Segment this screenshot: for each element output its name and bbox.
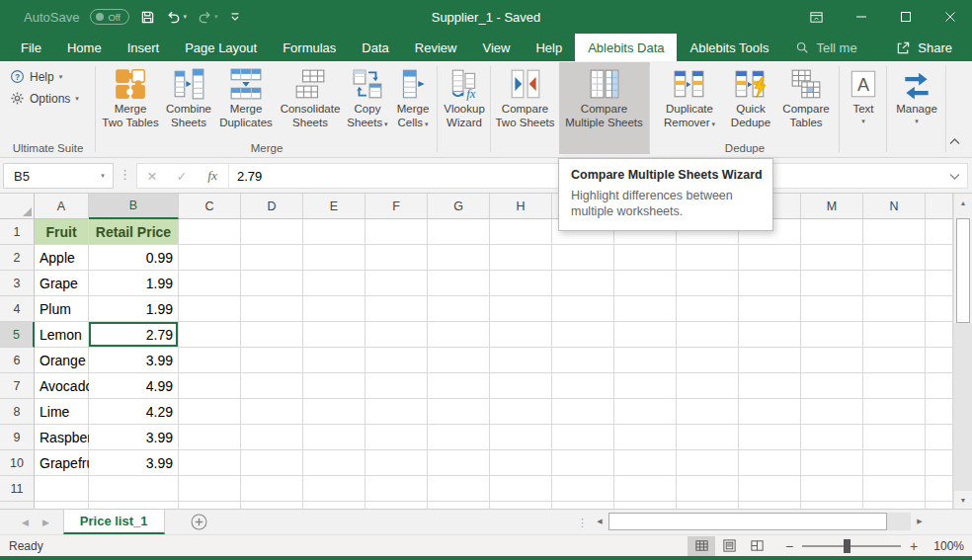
- row-header-2[interactable]: 2: [0, 245, 35, 271]
- ribbon-button-combine-sheets[interactable]: CombineSheets: [162, 62, 215, 145]
- cell-g1[interactable]: [428, 219, 490, 245]
- cell-j8[interactable]: [614, 399, 677, 425]
- cell-c10[interactable]: [179, 450, 241, 476]
- maximize-button[interactable]: [883, 0, 928, 34]
- cell-m6[interactable]: [801, 348, 863, 373]
- cell-e4[interactable]: [303, 296, 365, 322]
- row-header-1[interactable]: 1: [0, 219, 35, 245]
- undo-button[interactable]: ▾: [166, 10, 187, 25]
- cell-d2[interactable]: [241, 245, 303, 271]
- help-button[interactable]: ?Help▾: [10, 69, 96, 84]
- ribbon-button-text[interactable]: AText▾: [844, 62, 883, 145]
- sheet-tab-price-list-1[interactable]: Price list_1: [63, 510, 165, 534]
- cell-b5[interactable]: 2.79: [89, 322, 179, 348]
- cell-g6[interactable]: [428, 348, 490, 373]
- row-header-11[interactable]: 11: [0, 476, 35, 502]
- cell-e3[interactable]: [303, 271, 365, 296]
- cell-b7[interactable]: 4.99: [89, 373, 179, 399]
- cell-n9[interactable]: [863, 425, 926, 450]
- cell-b10[interactable]: 3.99: [89, 450, 179, 476]
- cell-n4[interactable]: [863, 296, 926, 322]
- cell-partial-bottom[interactable]: [303, 502, 365, 509]
- zoom-slider[interactable]: [802, 545, 901, 547]
- cell-a6[interactable]: Orange: [35, 348, 89, 373]
- cell-partial-bottom[interactable]: [926, 502, 953, 509]
- cell-h6[interactable]: [490, 348, 552, 373]
- ribbon-tab-insert[interactable]: Insert: [115, 34, 173, 61]
- new-sheet-button[interactable]: [191, 510, 207, 534]
- name-box[interactable]: B5 ▾: [3, 163, 114, 189]
- cell-a8[interactable]: Lime: [35, 399, 89, 425]
- cell-c8[interactable]: [179, 399, 241, 425]
- cell-d1[interactable]: [241, 219, 303, 245]
- cell-k7[interactable]: [677, 373, 739, 399]
- cell-n7[interactable]: [863, 373, 926, 399]
- cell-l11[interactable]: [739, 476, 801, 502]
- column-header-m[interactable]: M: [801, 194, 863, 219]
- options-button[interactable]: Options▾: [10, 91, 96, 106]
- cell-h2[interactable]: [490, 245, 552, 271]
- row-header-6[interactable]: 6: [0, 348, 35, 373]
- cell-m4[interactable]: [801, 296, 863, 322]
- ribbon-button-compare-tables[interactable]: CompareTables: [776, 62, 836, 145]
- ribbon-tab-view[interactable]: View: [469, 34, 523, 61]
- cell-b9[interactable]: 3.99: [89, 425, 179, 450]
- undo-dropdown-icon[interactable]: ▾: [183, 13, 187, 21]
- cell-e7[interactable]: [303, 373, 365, 399]
- cell-f9[interactable]: [365, 425, 428, 450]
- ribbon-button-merge-cells[interactable]: MergeCells ▾: [391, 62, 435, 145]
- row-header-4[interactable]: 4: [0, 296, 35, 322]
- cell-e1[interactable]: [303, 219, 365, 245]
- column-header-a[interactable]: A: [35, 194, 89, 219]
- cell-d7[interactable]: [241, 373, 303, 399]
- row-header-10[interactable]: 10: [0, 450, 35, 476]
- cell-l2[interactable]: [739, 245, 801, 271]
- cell-e8[interactable]: [303, 399, 365, 425]
- cell-l5[interactable]: [739, 322, 801, 348]
- column-header-c[interactable]: C: [179, 194, 241, 219]
- cell-d10[interactable]: [241, 450, 303, 476]
- cell-c4[interactable]: [179, 296, 241, 322]
- scroll-up-icon[interactable]: ▲: [954, 194, 972, 211]
- column-header-h[interactable]: H: [490, 194, 552, 219]
- cell-partial-bottom[interactable]: [35, 502, 89, 509]
- cell-f10[interactable]: [365, 450, 428, 476]
- cell-l10[interactable]: [739, 450, 801, 476]
- ribbon-tab-help[interactable]: Help: [523, 34, 575, 61]
- cancel-entry-icon[interactable]: ✕: [137, 169, 167, 184]
- ribbon-tab-formulas[interactable]: Formulas: [270, 34, 349, 61]
- ribbon-button-consolidate-sheets[interactable]: ConsolidateSheets: [277, 62, 344, 145]
- column-header-partial[interactable]: [926, 194, 953, 219]
- column-header-b[interactable]: B: [89, 194, 179, 219]
- cell-k6[interactable]: [677, 348, 739, 373]
- cell-partial-bottom[interactable]: [428, 502, 490, 509]
- ribbon-button-manage[interactable]: Manage▾: [890, 62, 943, 145]
- cell-f3[interactable]: [365, 271, 428, 296]
- cell-l9[interactable]: [739, 425, 801, 450]
- cell-partial-bottom[interactable]: [801, 502, 863, 509]
- cell-j2[interactable]: [614, 245, 677, 271]
- collapse-ribbon-button[interactable]: [949, 131, 960, 149]
- cell-partial-bottom[interactable]: [490, 502, 552, 509]
- column-header-f[interactable]: F: [365, 194, 428, 219]
- cell-c9[interactable]: [179, 425, 241, 450]
- cell-c2[interactable]: [179, 245, 241, 271]
- redo-dropdown-icon[interactable]: ▾: [214, 13, 218, 21]
- cell-i3[interactable]: [552, 271, 614, 296]
- cell-n11[interactable]: [863, 476, 926, 502]
- ribbon-tab-ablebits-data[interactable]: Ablebits Data: [575, 34, 677, 61]
- cell-partial-bottom[interactable]: [863, 502, 926, 509]
- cell-b11[interactable]: [89, 476, 179, 502]
- ribbon-display-options-button[interactable]: [794, 0, 839, 34]
- cell-a10[interactable]: Grapefruit: [35, 450, 89, 476]
- cell-j7[interactable]: [614, 373, 677, 399]
- cell-d9[interactable]: [241, 425, 303, 450]
- expand-formula-bar-button[interactable]: [941, 173, 967, 180]
- cell-j10[interactable]: [614, 450, 677, 476]
- ribbon-button-compare-multiple-sheets[interactable]: CompareMultiple Sheets: [559, 62, 650, 154]
- cell-k8[interactable]: [677, 399, 739, 425]
- row-header-7[interactable]: 7: [0, 373, 35, 399]
- cell-partial-7[interactable]: [926, 373, 953, 399]
- previous-sheet-icon[interactable]: ◀: [22, 518, 29, 527]
- cell-n1[interactable]: [863, 219, 926, 245]
